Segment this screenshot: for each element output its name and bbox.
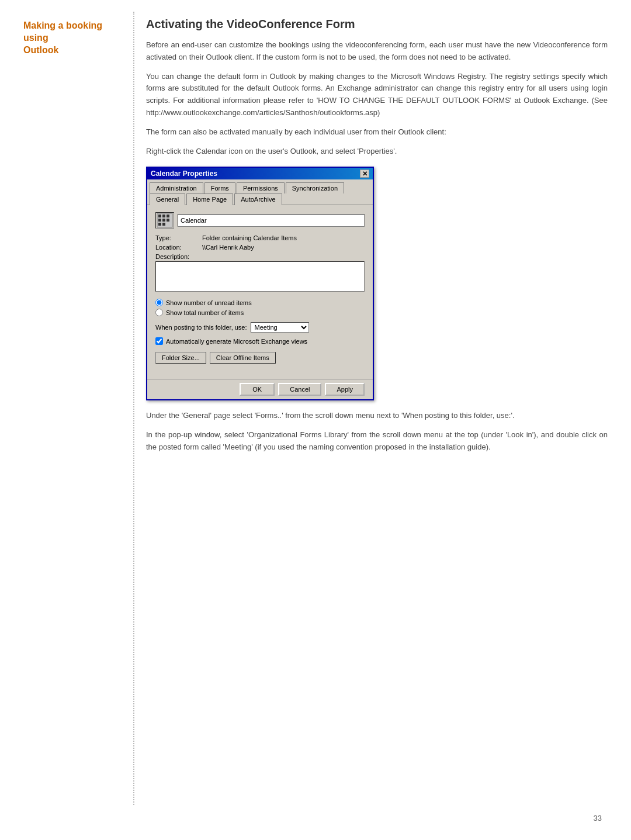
dialog-titlebar: Calendar Properties ✕ <box>147 168 373 179</box>
tab-administration[interactable]: Administration <box>150 182 203 193</box>
description-textarea[interactable] <box>155 261 365 292</box>
radio-unread[interactable] <box>155 299 163 306</box>
posting-select[interactable]: Meeting <box>251 322 309 333</box>
location-label: Location: <box>155 244 202 251</box>
tab-synchronization[interactable]: Synchronization <box>286 182 344 193</box>
clear-offline-button[interactable]: Clear Offline Items <box>210 352 276 364</box>
radio-unread-row: Show number of unread items <box>155 299 365 306</box>
svg-rect-8 <box>162 223 165 226</box>
posting-label: When posting to this folder, use: <box>155 324 247 331</box>
page-divider <box>133 12 134 805</box>
type-label: Type: <box>155 234 202 241</box>
tab-general[interactable]: General <box>150 193 185 205</box>
type-row: Type: Folder containing Calendar Items <box>155 234 365 241</box>
apply-button[interactable]: Apply <box>325 383 365 396</box>
calendar-properties-dialog: Calendar Properties ✕ Administration For… <box>146 167 374 400</box>
radio-total[interactable] <box>155 309 163 316</box>
location-row: Location: \\Carl Henrik Aaby <box>155 244 365 251</box>
page-title: Activating the VideoConference Form <box>146 18 608 31</box>
cancel-button[interactable]: Cancel <box>278 383 321 396</box>
dialog-footer: OK Cancel Apply <box>147 379 373 399</box>
svg-rect-6 <box>167 219 169 222</box>
page-number: 33 <box>594 814 602 822</box>
description-label: Description: <box>155 253 365 260</box>
paragraph-after-2: In the pop-up window, select 'Organizati… <box>146 429 608 454</box>
tabs-row-2: General Home Page AutoArchive <box>150 193 370 205</box>
main-content: Activating the VideoConference Form Befo… <box>140 18 608 461</box>
location-value: \\Carl Henrik Aaby <box>202 244 254 251</box>
tab-autoarchive[interactable]: AutoArchive <box>234 193 282 205</box>
posting-row: When posting to this folder, use: Meetin… <box>155 322 365 333</box>
radio-total-label: Show total number of items <box>166 309 244 316</box>
checkbox-label: Automatically generate Microsoft Exchang… <box>166 338 307 345</box>
paragraph-1: Before an end-user can customize the boo… <box>146 39 608 64</box>
auto-generate-checkbox[interactable] <box>155 337 163 345</box>
folder-actions-row: Folder Size... Clear Offline Items <box>155 352 365 364</box>
tab-permissions[interactable]: Permissions <box>237 182 285 193</box>
type-value: Folder containing Calendar Items <box>202 234 297 241</box>
folder-size-button[interactable]: Folder Size... <box>155 352 206 364</box>
calendar-grid-icon <box>157 213 173 228</box>
folder-icon <box>155 212 174 229</box>
tabs-row-1: Administration Forms Permissions Synchro… <box>150 182 370 193</box>
folder-name-input[interactable] <box>178 214 365 227</box>
tab-forms[interactable]: Forms <box>204 182 235 193</box>
paragraph-2: You can change the default form in Outlo… <box>146 71 608 119</box>
radio-total-row: Show total number of items <box>155 309 365 316</box>
folder-name-row <box>155 212 365 229</box>
svg-rect-4 <box>158 219 161 222</box>
tab-homepage[interactable]: Home Page <box>186 193 233 205</box>
sidebar-heading: Making a booking using Outlook <box>23 20 129 56</box>
svg-rect-1 <box>158 215 161 217</box>
svg-rect-2 <box>162 215 165 217</box>
paragraph-4: Right-click the Calendar icon on the use… <box>146 146 608 158</box>
dialog-body: Type: Folder containing Calendar Items L… <box>147 205 373 379</box>
paragraph-3: The form can also be activated manually … <box>146 126 608 139</box>
paragraph-after-1: Under the 'General' page select 'Forms..… <box>146 410 608 422</box>
checkbox-row: Automatically generate Microsoft Exchang… <box>155 337 365 345</box>
svg-rect-7 <box>158 223 161 226</box>
ok-button[interactable]: OK <box>240 383 275 396</box>
svg-rect-5 <box>162 219 165 222</box>
radio-unread-label: Show number of unread items <box>166 299 252 306</box>
left-sidebar: Making a booking using Outlook <box>23 18 140 461</box>
svg-rect-3 <box>167 215 169 217</box>
dialog-title: Calendar Properties <box>151 170 217 178</box>
dialog-wrapper: Calendar Properties ✕ Administration For… <box>146 167 608 400</box>
dialog-close-button[interactable]: ✕ <box>360 170 369 178</box>
dialog-tabs: Administration Forms Permissions Synchro… <box>147 179 373 205</box>
